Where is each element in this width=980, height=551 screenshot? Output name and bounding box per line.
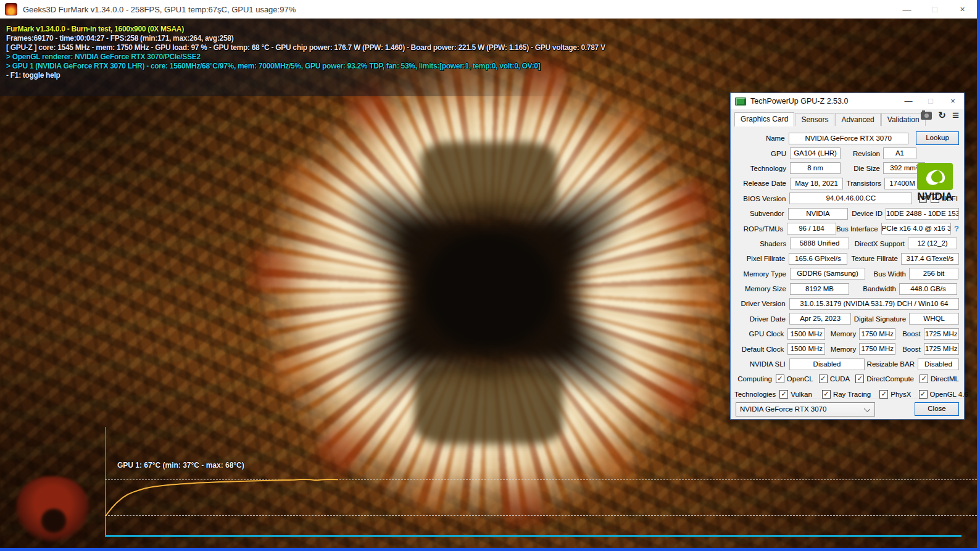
tab-sensors[interactable]: Sensors (795, 113, 834, 126)
field-label-texture-fillrate: Texture Fillrate (847, 255, 901, 262)
field-memory-size[interactable]: 8192 MB (790, 283, 849, 295)
field-label-memory-type: Memory Type (734, 270, 790, 278)
close-icon[interactable]: × (949, 0, 976, 19)
field-default-clock[interactable]: 1500 MHz (787, 343, 825, 355)
checkbox-check-icon: ✓ (855, 375, 864, 383)
gpu-temp-line-chart (105, 427, 364, 538)
window-controls: — □ × (893, 0, 976, 19)
field-device-id[interactable]: 10DE 2488 - 10DE 153A (886, 208, 959, 220)
field-bandwidth[interactable]: 448.0 GB/s (899, 283, 957, 295)
checkbox-physx[interactable]: ✓PhysX (879, 390, 911, 399)
field-technology[interactable]: 8 nm (790, 162, 841, 174)
field-release-date[interactable]: May 18, 2021 (790, 178, 843, 189)
checkbox-check-icon: ✓ (822, 390, 831, 399)
gpuz-graphics-card-panel: Name NVIDIA GeForce RTX 3070 Lookup GPU … (731, 126, 964, 402)
field-name[interactable]: NVIDIA GeForce RTX 3070 (789, 133, 908, 144)
checkbox-check-icon: ✓ (920, 375, 928, 383)
refresh-icon[interactable]: ↻ (938, 111, 946, 120)
window-title: Geeks3D FurMark v1.34.0.0 - 258FPS, GPU1… (23, 5, 296, 14)
field-bios-version[interactable]: 94.04.46.00.CC (789, 193, 912, 204)
minimize-icon[interactable]: — (893, 0, 921, 19)
gpuz-app-icon (735, 97, 746, 106)
maximize-icon[interactable]: □ (921, 0, 949, 19)
field-label-gpu-clock: GPU Clock (734, 330, 787, 338)
field-label-bandwidth: Bandwidth (849, 285, 899, 292)
bus-interface-help-icon[interactable]: ? (954, 224, 959, 233)
field-resizable-bar[interactable]: Disabled (918, 358, 959, 370)
gpu-select-dropdown[interactable]: NVIDIA GeForce RTX 3070 (736, 402, 875, 416)
field-driver-date[interactable]: Apr 25, 2023 (789, 313, 852, 325)
close-button[interactable]: Close (915, 402, 959, 416)
nvidia-logo: NVIDIA (911, 163, 959, 203)
gpuz-window: TechPowerUp GPU-Z 2.53.0 — □ × Graphics … (730, 93, 965, 420)
checkbox-opengl[interactable]: ✓OpenGL 4.6 (919, 390, 968, 399)
gpuz-bottom-bar: NVIDIA GeForce RTX 3070 Close (731, 399, 964, 419)
field-digital-signature[interactable]: WHQL (909, 313, 959, 325)
field-gpu[interactable]: GA104 (LHR) (790, 147, 841, 159)
field-revision[interactable]: A1 (883, 147, 916, 159)
field-gpu-clock-boost[interactable]: 1725 MHz (924, 328, 959, 340)
gpu-temp-label: GPU 1: 67°C (min: 37°C - max: 68°C) (117, 461, 244, 470)
checkbox-vulkan[interactable]: ✓Vulkan (779, 390, 812, 399)
field-label-subvendor: Subvendor (734, 210, 788, 217)
checkbox-ray-tracing[interactable]: ✓Ray Tracing (822, 390, 871, 399)
field-label-driver-date: Driver Date (734, 315, 789, 323)
field-texture-fillrate[interactable]: 317.4 GTexel/s (901, 253, 959, 265)
lookup-button[interactable]: Lookup (916, 131, 959, 145)
tab-advanced[interactable]: Advanced (835, 113, 880, 126)
checkbox-label: PhysX (891, 391, 911, 398)
furmark-osd: FurMark v1.34.0.0 - Burn-in test, 1600x9… (6, 25, 605, 80)
gpuz-tabstrip: Graphics Card Sensors Advanced Validatio… (731, 109, 964, 126)
nvidia-wordmark: NVIDIA (911, 191, 959, 203)
field-label-bios: BIOS Version (734, 195, 789, 202)
menu-hamburger-icon[interactable]: ≡ (952, 111, 959, 120)
gpu-temp-graph: GPU 1: 67°C (min: 37°C - max: 68°C) (105, 427, 980, 538)
field-gpu-clock-memory[interactable]: 1750 MHz (859, 328, 895, 340)
checkbox-label: Ray Tracing (833, 391, 871, 398)
window-border-right (977, 0, 980, 551)
checkbox-label: CUDA (830, 375, 850, 383)
osd-help-line: - F1: toggle help (6, 71, 605, 80)
checkbox-opencl[interactable]: ✓OpenCL (776, 375, 813, 383)
field-label-gpu-clock-memory: Memory (825, 330, 859, 338)
field-pixel-fillrate[interactable]: 165.6 GPixel/s (789, 253, 847, 265)
gpuz-window-controls: — □ × (897, 93, 964, 109)
gpuz-close-icon[interactable]: × (942, 93, 964, 109)
field-default-clock-memory[interactable]: 1750 MHz (859, 343, 895, 355)
field-bus-width[interactable]: 256 bit (909, 268, 958, 280)
nvidia-eye-badge (917, 163, 953, 190)
field-rops-tmus[interactable]: 96 / 184 (787, 223, 836, 234)
gpu-select-value: NVIDIA GeForce RTX 3070 (740, 405, 826, 413)
gpuz-minimize-icon[interactable]: — (897, 93, 920, 109)
checkbox-check-icon: ✓ (879, 390, 888, 399)
field-label-computing: Computing (734, 375, 776, 383)
tab-graphics-card[interactable]: Graphics Card (734, 112, 794, 126)
tab-validation[interactable]: Validation (881, 113, 926, 126)
field-nvidia-sli[interactable]: Disabled (789, 358, 865, 370)
checkbox-directml[interactable]: ✓DirectML (920, 375, 959, 383)
field-driver-version[interactable]: 31.0.15.3179 (NVIDIA 531.79) DCH / Win10… (789, 298, 959, 310)
field-gpu-clock[interactable]: 1500 MHz (787, 328, 825, 340)
osd-renderer-line: > OpenGL renderer: NVIDIA GeForce RTX 30… (6, 52, 605, 62)
field-memory-type[interactable]: GDDR6 (Samsung) (790, 268, 865, 280)
checkbox-label: OpenCL (787, 375, 813, 383)
field-label-gpu-clock-boost: Boost (895, 330, 923, 338)
field-label-revision: Revision (841, 150, 883, 157)
field-label-driver-version: Driver Version (734, 300, 789, 307)
field-label-memory-size: Memory Size (734, 285, 790, 292)
field-shaders[interactable]: 5888 Unified (790, 238, 849, 249)
field-label-default-clock-memory: Memory (825, 346, 859, 353)
field-directx-support[interactable]: 12 (12_2) (908, 238, 957, 249)
screenshot-camera-icon[interactable] (921, 112, 932, 120)
gpuz-maximize-icon: □ (920, 93, 942, 109)
field-default-clock-boost[interactable]: 1725 MHz (924, 343, 959, 355)
checkbox-directcompute[interactable]: ✓DirectCompute (855, 375, 914, 383)
osd-gpuz-line: [ GPU-Z ] core: 1545 MHz - mem: 1750 MHz… (6, 43, 605, 52)
osd-gpu1-line: > GPU 1 (NVIDIA GeForce RTX 3070 LHR) - … (6, 62, 605, 71)
furmark-titlebar[interactable]: Geeks3D FurMark v1.34.0.0 - 258FPS, GPU1… (0, 0, 980, 19)
field-bus-interface[interactable]: PCIe x16 4.0 @ x16 3.0 (881, 223, 951, 234)
checkbox-cuda[interactable]: ✓CUDA (819, 375, 850, 383)
field-subvendor[interactable]: NVIDIA (788, 208, 849, 220)
field-label-die-size: Die Size (841, 165, 883, 172)
gpuz-titlebar[interactable]: TechPowerUp GPU-Z 2.53.0 — □ × (731, 93, 964, 109)
